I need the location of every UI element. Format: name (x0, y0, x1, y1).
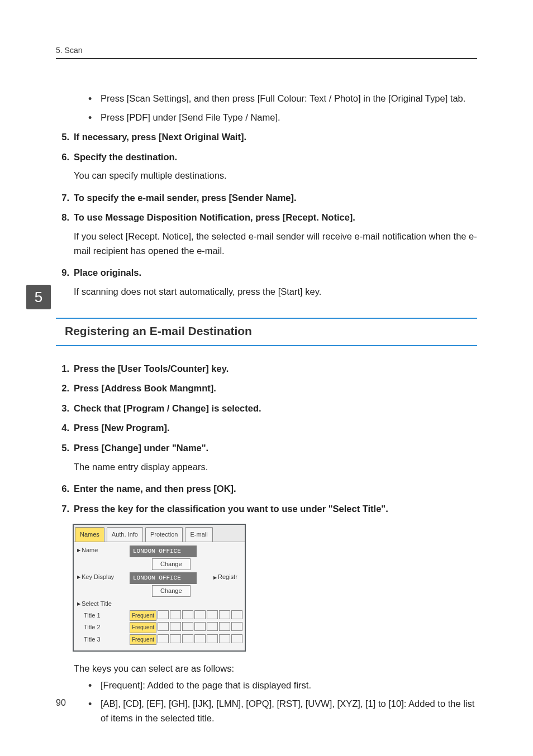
name-label: Name (77, 546, 127, 555)
tab-protection[interactable]: Protection (145, 527, 183, 542)
title-key-button[interactable] (231, 610, 242, 619)
sub-bullet-list: Press [Scan Settings], and then press [F… (74, 92, 477, 125)
ui-tabs: Names Auth. Info Protection E-mail (74, 525, 245, 542)
title-key-button[interactable] (158, 634, 169, 643)
page-header: 5. Scan (56, 46, 477, 59)
list-item: 7. To specify the e-mail sender, press [… (56, 191, 477, 205)
list-item: [AB], [CD], [EF], [GH], [IJK], [LMN], [O… (88, 697, 477, 725)
name-value: LONDON OFFICE (130, 546, 197, 557)
title-key-button[interactable] (219, 610, 230, 619)
title-key-button[interactable] (207, 622, 218, 631)
key-display-value: LONDON OFFICE (130, 572, 197, 584)
registration-label: Registr (213, 572, 241, 582)
select-title-label: Select Title (77, 599, 241, 609)
title-key-button[interactable] (182, 610, 193, 619)
frequent-button[interactable]: Frequent (130, 622, 156, 633)
page-number: 90 (56, 698, 66, 708)
title-key-button[interactable] (219, 622, 230, 631)
title-key-button[interactable] (207, 610, 218, 619)
list-item: 4. Press [New Program]. (56, 421, 477, 436)
list-item: 1. Press the [User Tools/Counter] key. (56, 362, 477, 376)
list-item: 9. Place originals. If scanning does not… (56, 266, 477, 301)
ordered-list-lower: 1. Press the [User Tools/Counter] key. 2… (56, 362, 477, 516)
tab-auth-info[interactable]: Auth. Info (107, 527, 143, 542)
title-row: Title 3 Frequent (77, 634, 241, 645)
tab-email[interactable]: E-mail (185, 527, 212, 542)
title-row: Title 2 Frequent (77, 622, 241, 633)
list-item: 3. Check that [Program / Change] is sele… (56, 401, 477, 416)
breadcrumb: 5. Scan (56, 46, 82, 55)
list-item: Press [Scan Settings], and then press [F… (88, 92, 477, 106)
list-item: 5. Press [Change] under "Name". The name… (56, 441, 477, 476)
key-display-label: Key Display (77, 572, 127, 582)
chapter-tab: 5 (26, 285, 51, 309)
list-item: 6. Enter the name, and then press [OK]. (56, 482, 477, 496)
address-book-ui-figure: Names Auth. Info Protection E-mail Name … (73, 524, 246, 652)
title-key-button[interactable] (170, 610, 181, 619)
title-3-label: Title 3 (77, 635, 127, 644)
title-1-label: Title 1 (77, 611, 127, 620)
title-key-button[interactable] (182, 622, 193, 631)
change-button[interactable]: Change (152, 558, 191, 570)
select-title-keys-list: [Frequent]: Added to the page that is di… (74, 678, 477, 726)
title-key-button[interactable] (194, 610, 206, 619)
frequent-button[interactable]: Frequent (130, 634, 156, 645)
paragraph: The keys you can select are as follows: (74, 662, 477, 676)
list-item: 8. To use Message Disposition Notificati… (56, 210, 477, 260)
page-content: Press [Scan Settings], and then press [F… (56, 92, 477, 725)
list-item: Press [PDF] under [Send File Type / Name… (88, 111, 477, 125)
title-key-button[interactable] (231, 634, 242, 643)
section-heading: Registering an E-mail Destination (56, 318, 477, 346)
title-key-button[interactable] (182, 634, 193, 643)
title-key-button[interactable] (194, 634, 206, 643)
frequent-button[interactable]: Frequent (130, 610, 156, 621)
list-item: 6. Specify the destination. You can spec… (56, 150, 477, 185)
title-key-button[interactable] (158, 622, 169, 631)
title-key-button[interactable] (231, 622, 242, 631)
title-key-button[interactable] (219, 634, 230, 643)
list-item: [Frequent]: Added to the page that is di… (88, 678, 477, 693)
title-key-button[interactable] (194, 622, 206, 631)
title-key-button[interactable] (207, 634, 218, 643)
title-key-button[interactable] (170, 634, 181, 643)
title-key-button[interactable] (170, 622, 181, 631)
title-row: Title 1 Frequent (77, 610, 241, 621)
title-2-label: Title 2 (77, 623, 127, 632)
tab-names[interactable]: Names (75, 527, 104, 542)
list-item: 5. If necessary, press [Next Original Wa… (56, 130, 477, 145)
change-button[interactable]: Change (152, 585, 191, 597)
list-item: 2. Press [Address Book Mangmnt]. (56, 381, 477, 396)
list-item: 7. Press the key for the classification … (56, 502, 477, 516)
title-key-button[interactable] (158, 610, 169, 619)
ordered-list-upper: 5. If necessary, press [Next Original Wa… (56, 130, 477, 301)
